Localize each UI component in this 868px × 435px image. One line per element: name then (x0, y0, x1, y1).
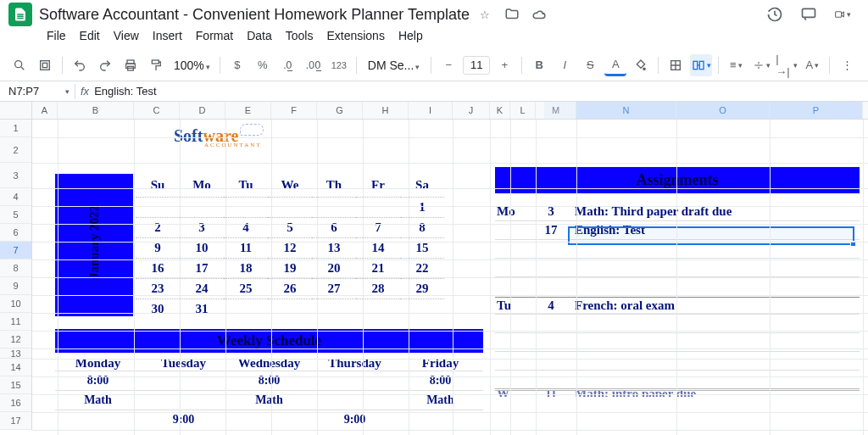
select-box-icon[interactable] (34, 54, 56, 76)
cal-day[interactable]: 4 (224, 217, 268, 237)
select-all-cells[interactable] (0, 102, 32, 119)
cal-day[interactable]: 9 (136, 237, 180, 258)
cal-day[interactable]: 5 (268, 217, 312, 237)
row-header-8[interactable]: 8 (0, 259, 31, 277)
weekly-cell[interactable] (226, 410, 312, 429)
cal-day[interactable] (224, 298, 268, 319)
menu-help[interactable]: Help (392, 25, 429, 46)
cal-day[interactable] (312, 298, 356, 319)
cal-day[interactable]: 31 (180, 298, 224, 319)
row-header-10[interactable]: 10 (0, 295, 31, 313)
row-header-14[interactable]: 14 (0, 359, 31, 376)
col-header-H[interactable]: H (363, 102, 409, 119)
col-header-E[interactable]: E (225, 102, 271, 119)
menu-data[interactable]: Data (241, 25, 278, 46)
cal-day[interactable]: 20 (312, 258, 356, 278)
weekly-cell[interactable]: 8:00 (55, 371, 141, 390)
star-icon[interactable]: ☆ (476, 6, 493, 23)
cal-day[interactable]: 2 (136, 217, 180, 237)
col-header-F[interactable]: F (271, 102, 317, 119)
font-size-input[interactable]: 11 (463, 56, 490, 75)
horizontal-align-icon[interactable]: ≡▾ (725, 54, 747, 76)
menu-tools[interactable]: Tools (280, 25, 320, 46)
text-wrap-icon[interactable]: |→|▾ (776, 54, 798, 76)
zoom-level[interactable]: 100%▾ (170, 59, 214, 72)
menu-edit[interactable]: Edit (74, 25, 106, 46)
decrease-decimal-icon[interactable]: .0̲ (277, 54, 299, 76)
cal-day[interactable] (180, 197, 224, 217)
cal-day[interactable]: 10 (180, 237, 224, 258)
weekly-cell[interactable]: 9:00 (141, 410, 226, 429)
col-header-G[interactable]: G (317, 102, 363, 119)
name-box[interactable]: N7:P7▾ (5, 85, 70, 98)
cal-day[interactable]: 19 (268, 258, 312, 278)
comment-icon[interactable] (800, 6, 817, 23)
row-header-12[interactable]: 12 (0, 331, 31, 349)
doc-title[interactable]: Software Accountant - Convenient Homewor… (39, 6, 470, 24)
format-123-icon[interactable]: 123 (328, 54, 350, 76)
cal-day[interactable]: 18 (224, 258, 268, 278)
cal-day[interactable] (400, 298, 444, 319)
row-header-1[interactable]: 1 (0, 120, 31, 137)
cal-day[interactable] (268, 197, 312, 217)
cal-day[interactable]: 16 (136, 258, 180, 278)
weekly-cell[interactable]: 9:00 (312, 410, 398, 429)
menu-view[interactable]: View (108, 25, 145, 46)
redo-icon[interactable] (94, 54, 116, 76)
merge-cells-icon[interactable]: ▾ (690, 54, 712, 76)
cal-day[interactable]: 13 (312, 237, 356, 258)
weekly-cell[interactable]: 8:00 (226, 371, 312, 390)
cal-day[interactable]: 1 (400, 197, 444, 217)
history-icon[interactable] (766, 6, 783, 23)
cal-day[interactable] (224, 197, 268, 217)
decrease-font-icon[interactable]: − (437, 54, 459, 76)
move-to-folder-icon[interactable] (504, 6, 520, 23)
currency-icon[interactable]: $ (226, 54, 248, 76)
cal-day[interactable]: 3 (180, 217, 224, 237)
row-header-11[interactable]: 11 (0, 313, 31, 331)
weekly-cell[interactable] (398, 410, 483, 429)
row-header-2[interactable]: 2 (0, 137, 31, 163)
vertical-align-icon[interactable]: ▾ (750, 54, 772, 76)
cal-day[interactable]: 6 (312, 217, 356, 237)
more-icon[interactable]: ⋮ (836, 54, 858, 76)
text-color-icon[interactable]: A (604, 54, 626, 76)
cal-day[interactable]: 8 (400, 217, 444, 237)
menu-extensions[interactable]: Extensions (320, 25, 390, 46)
formula-bar[interactable]: English: Test (94, 85, 156, 98)
col-header-C[interactable]: C (134, 102, 180, 119)
row-header-7[interactable]: 7 (0, 242, 31, 259)
row-header-15[interactable]: 15 (0, 376, 31, 394)
row-header-16[interactable]: 16 (0, 394, 31, 412)
strikethrough-icon[interactable]: S (579, 54, 601, 76)
row-header-9[interactable]: 9 (0, 277, 31, 295)
font-select[interactable]: DM Se...▾ (363, 59, 425, 72)
menu-insert[interactable]: Insert (147, 25, 188, 46)
italic-icon[interactable]: I (554, 54, 576, 76)
borders-icon[interactable] (665, 54, 687, 76)
weekly-cell[interactable] (55, 410, 141, 429)
col-header-A[interactable]: A (32, 102, 58, 119)
row-header-5[interactable]: 5 (0, 206, 31, 224)
cal-day[interactable]: 15 (400, 237, 444, 258)
col-header-K[interactable]: K (490, 102, 510, 119)
increase-font-icon[interactable]: + (493, 54, 515, 76)
cal-day[interactable]: 17 (180, 258, 224, 278)
increase-decimal-icon[interactable]: .00̲ (303, 54, 325, 76)
cal-day[interactable]: 11 (224, 237, 268, 258)
weekly-cell[interactable] (141, 371, 226, 390)
weekly-cell[interactable]: 8:00 (398, 371, 483, 390)
paint-format-icon[interactable] (145, 54, 167, 76)
col-header-D[interactable]: D (180, 102, 225, 119)
row-header-4[interactable]: 4 (0, 188, 31, 206)
weekly-cell[interactable] (312, 371, 398, 390)
menu-file[interactable]: File (41, 25, 72, 46)
col-header-J[interactable]: J (453, 102, 490, 119)
row-header-6[interactable]: 6 (0, 224, 31, 242)
cloud-status-icon[interactable] (531, 6, 548, 23)
assign-text[interactable]: French: oral exam (570, 298, 860, 313)
row-header-17[interactable]: 17 (0, 412, 31, 430)
col-header-L[interactable]: L (510, 102, 536, 119)
print-icon[interactable] (120, 54, 142, 76)
bold-icon[interactable]: B (528, 54, 550, 76)
